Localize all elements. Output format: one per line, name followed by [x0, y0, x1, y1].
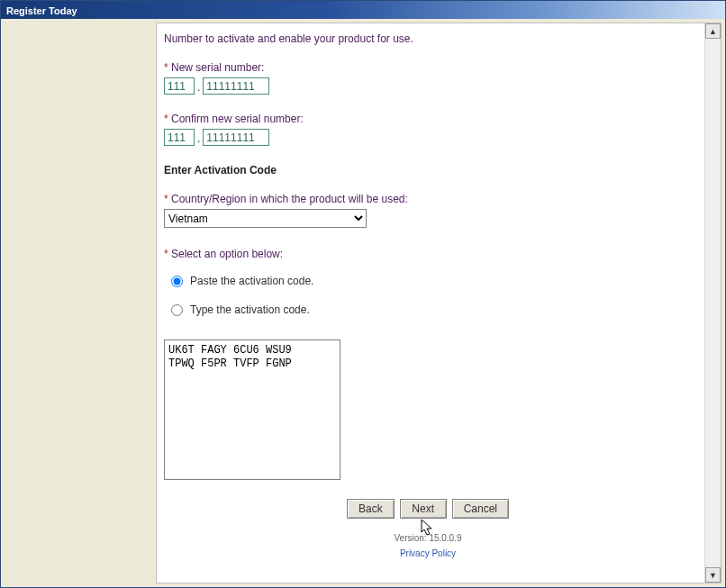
privacy-row: Privacy Policy: [164, 548, 692, 558]
titlebar: Register Today: [1, 1, 725, 19]
country-select[interactable]: Vietnam: [164, 209, 367, 228]
required-marker: *: [164, 61, 171, 74]
country-row: Vietnam: [164, 209, 692, 228]
nav-button-row: Back Next Cancel: [164, 499, 692, 519]
new-serial-label-text: New serial number:: [171, 61, 264, 74]
privacy-link[interactable]: Privacy Policy: [400, 548, 456, 558]
confirm-serial-part1[interactable]: [164, 129, 195, 146]
confirm-serial-label: * Confirm new serial number:: [164, 113, 692, 125]
radio-type[interactable]: [171, 304, 183, 316]
country-label-text: Country/Region in which the product will…: [171, 193, 408, 205]
confirm-serial-label-text: Confirm new serial number:: [171, 113, 304, 125]
serial-separator: .: [196, 81, 201, 94]
next-button[interactable]: Next: [400, 499, 447, 519]
select-option-label: * Select an option below:: [164, 248, 692, 260]
radio-paste-label: Paste the activation code.: [190, 275, 313, 287]
activation-code-textarea[interactable]: UK6T FAGY 6CU6 WSU9 TPWQ F5PR TVFP FGNP: [164, 339, 340, 480]
content-frame: Number to activate and enable your produ…: [156, 23, 721, 583]
version-text: Version: 15.0.0.9: [164, 533, 692, 543]
required-marker: *: [164, 193, 171, 205]
confirm-serial-part2[interactable]: [203, 129, 269, 146]
vertical-scrollbar[interactable]: ▲ ▼: [704, 23, 721, 583]
required-marker: *: [164, 113, 171, 125]
window-body: Number to activate and enable your produ…: [1, 19, 725, 587]
new-serial-part1[interactable]: [164, 77, 195, 95]
country-label: * Country/Region in which the product wi…: [164, 193, 692, 205]
required-marker: *: [164, 248, 171, 260]
serial-separator: .: [196, 132, 201, 145]
chevron-down-icon: ▼: [709, 571, 717, 580]
scroll-up-button[interactable]: ▲: [705, 23, 721, 39]
chevron-up-icon: ▲: [709, 27, 717, 36]
new-serial-row: .: [164, 77, 692, 95]
scroll-down-button[interactable]: ▼: [705, 567, 721, 583]
activation-heading: Enter Activation Code: [164, 164, 692, 176]
radio-type-row[interactable]: Type the activation code.: [171, 303, 692, 316]
left-gutter: [1, 19, 156, 587]
intro-text: Number to activate and enable your produ…: [164, 32, 692, 45]
radio-type-label: Type the activation code.: [190, 303, 310, 316]
new-serial-part2[interactable]: [203, 77, 269, 95]
register-window: Register Today Number to activate and en…: [0, 0, 726, 588]
window-title: Register Today: [6, 5, 77, 16]
confirm-serial-row: .: [164, 129, 692, 146]
new-serial-label: * New serial number:: [164, 61, 692, 74]
radio-paste[interactable]: [171, 276, 183, 287]
radio-paste-row[interactable]: Paste the activation code.: [171, 275, 692, 287]
back-button[interactable]: Back: [347, 499, 395, 519]
select-option-label-text: Select an option below:: [171, 248, 283, 260]
cancel-button[interactable]: Cancel: [452, 499, 509, 519]
content-panel: Number to activate and enable your produ…: [157, 23, 704, 583]
